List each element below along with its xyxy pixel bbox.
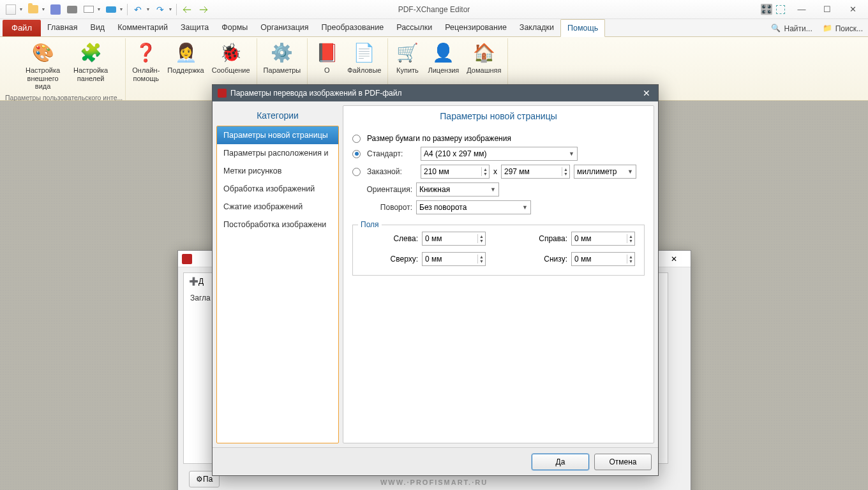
image-to-pdf-dialog: Параметры перевода изображений в PDF-фай… [212, 84, 659, 476]
add-button[interactable]: ➕ Д [189, 277, 204, 286]
redo-button[interactable]: ↷ [153, 2, 168, 17]
form-header: Параметры новой страницы [343, 106, 654, 126]
maximize-button[interactable]: ☐ [814, 2, 840, 17]
tab-рецензирование[interactable]: Рецензирование [438, 19, 513, 36]
tab-рассылки[interactable]: Рассылки [390, 19, 438, 36]
print-button[interactable] [64, 2, 80, 17]
custom-label: Заказной: [367, 167, 417, 176]
ribbon-label: О [324, 66, 330, 75]
categories-panel: Категории Параметры новой страницыПараме… [216, 105, 339, 443]
mail-button[interactable] [81, 2, 96, 17]
tab-закладки[interactable]: Закладки [513, 19, 560, 36]
undo-button[interactable]: ↶ [130, 2, 146, 17]
top-margin-spin[interactable]: 0 мм▲▼ [422, 252, 486, 266]
category-item[interactable]: Постобработка изображени [217, 216, 338, 234]
custom-height-spin[interactable]: 297 мм ▲▼ [501, 165, 570, 179]
category-item[interactable]: Обработка изображений [217, 180, 338, 198]
save-icon [50, 4, 61, 15]
ribbon-item[interactable]: 🧩Настройка панелей [70, 38, 112, 92]
ok-button[interactable]: Да [532, 454, 589, 470]
new-doc-dropdown[interactable]: ▼ [18, 2, 24, 17]
margins-fieldset: Поля Слева: 0 мм▲▼ Справа: 0 мм▲▼ Сверху… [352, 225, 645, 276]
nav-forward-button[interactable]: 🡢 [196, 2, 211, 17]
standard-size-value: A4 (210 x 297 мм) [424, 149, 487, 158]
chevron-down-icon: ▼ [569, 151, 574, 157]
spinner-icon: ▲▼ [477, 255, 484, 264]
right-margin-value: 0 мм [574, 234, 592, 243]
size-by-image-label: Размер бумаги по размеру изображения [367, 134, 511, 143]
redo-dropdown[interactable]: ▼ [167, 2, 174, 17]
tab-комментарий[interactable]: Комментарий [111, 19, 174, 36]
category-item[interactable]: Сжатие изображений [217, 198, 338, 216]
size-custom-radio[interactable] [352, 168, 361, 176]
category-item[interactable]: Параметры новой страницы [217, 126, 338, 144]
scan-dropdown[interactable]: ▼ [118, 2, 124, 17]
cancel-button[interactable]: Отмена [594, 454, 652, 470]
tab-защита[interactable]: Защита [174, 19, 215, 36]
ribbon-label: Купить [396, 66, 419, 75]
ribbon-icon: 👤 [431, 40, 456, 65]
right-margin-spin[interactable]: 0 мм▲▼ [571, 232, 635, 246]
ui-options-icon[interactable]: 🎛️ [761, 4, 772, 15]
ribbon-icon: 👩‍💼 [173, 40, 198, 65]
mail-dropdown[interactable]: ▼ [96, 2, 102, 17]
ribbon-label: Домашняя [467, 66, 501, 75]
rotation-value: Без поворота [419, 203, 467, 212]
save-button[interactable] [48, 2, 63, 17]
orientation-combo[interactable]: Книжная▼ [416, 182, 499, 197]
ribbon-label: Настройка панелей [73, 66, 108, 82]
ribbon-label: Поддержка [167, 66, 204, 75]
nav-back-button[interactable]: 🡠 [179, 2, 195, 17]
size-by-image-radio[interactable] [352, 135, 361, 143]
spinner-icon: ▲▼ [627, 234, 633, 243]
custom-width-spin[interactable]: 210 мм ▲▼ [421, 165, 490, 179]
mail-icon [84, 6, 94, 13]
fullscreen-icon[interactable] [776, 5, 785, 14]
scan-button[interactable] [103, 2, 119, 17]
rotation-label: Поворот: [352, 203, 412, 212]
ribbon-item[interactable]: ❓Онлайн- помощь [128, 38, 163, 98]
tab-главная[interactable]: Главная [41, 19, 84, 36]
left-margin-spin[interactable]: 0 мм▲▼ [422, 232, 486, 246]
tab-right-tools: 🔍Найти... 📁Поиск... [766, 21, 868, 36]
x-separator: x [493, 167, 497, 176]
undo-dropdown[interactable]: ▼ [145, 2, 151, 17]
new-doc-button[interactable] [3, 2, 19, 17]
unit-value: миллиметр [577, 167, 617, 176]
category-item[interactable]: Параметры расположения и [217, 144, 338, 162]
spinner-icon: ▲▼ [627, 255, 633, 264]
chevron-down-icon: ▼ [627, 168, 633, 175]
ribbon-item[interactable]: 🎨Настройка внешнего вида [16, 38, 70, 92]
ribbon-item[interactable]: 👩‍💼Поддержка [163, 38, 207, 98]
search-button[interactable]: 📁Поиск... [818, 21, 868, 36]
dialog-footer: Да Отмена [213, 447, 658, 475]
dialog-close-button[interactable]: ✕ [640, 88, 653, 98]
open-dropdown[interactable]: ▼ [40, 2, 47, 17]
category-item[interactable]: Метки рисунков [217, 162, 338, 180]
bottom-margin-spin[interactable]: 0 мм▲▼ [571, 252, 635, 266]
tab-формы[interactable]: Формы [215, 19, 254, 36]
tab-вид[interactable]: Вид [84, 19, 112, 36]
size-standard-radio[interactable] [352, 150, 361, 158]
tab-помощь[interactable]: Помощь [560, 19, 605, 37]
find-button[interactable]: 🔍Найти... [766, 21, 817, 36]
ribbon-label: Файловые [347, 66, 381, 75]
file-tab[interactable]: Файл [3, 20, 41, 36]
spinner-icon: ▲▼ [562, 167, 568, 176]
minimize-button[interactable]: — [789, 2, 814, 17]
parent-dialog-close[interactable]: ✕ [661, 255, 687, 264]
unit-combo[interactable]: миллиметр▼ [574, 165, 636, 179]
custom-width-value: 210 мм [424, 167, 449, 176]
tab-преобразование[interactable]: Преобразование [315, 19, 391, 36]
close-button[interactable]: ✕ [840, 2, 865, 17]
separator [176, 4, 177, 15]
ribbon-icon: 🎨 [30, 40, 56, 65]
tab-организация[interactable]: Организация [254, 19, 315, 36]
rotation-combo[interactable]: Без поворота▼ [416, 200, 531, 214]
folder-icon [28, 5, 38, 13]
spinner-icon: ▲▼ [481, 167, 488, 176]
open-button[interactable] [26, 2, 41, 17]
standard-size-combo[interactable]: A4 (210 x 297 мм)▼ [421, 147, 578, 161]
ribbon-label: Онлайн- помощь [132, 66, 160, 82]
ribbon-icon: 🐞 [218, 40, 244, 65]
